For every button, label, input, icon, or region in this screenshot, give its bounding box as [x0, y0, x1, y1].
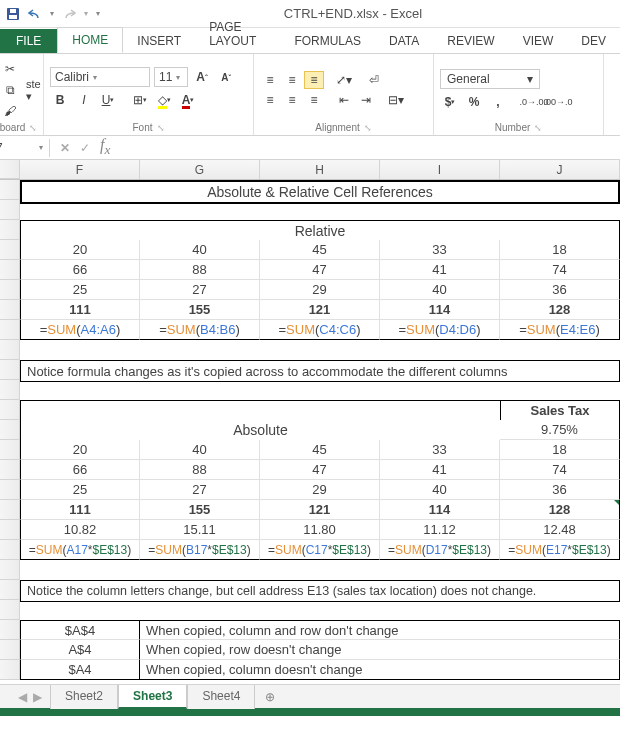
- cell[interactable]: Notice the column letters change, but ce…: [20, 580, 620, 602]
- currency-button[interactable]: $▾: [440, 93, 460, 111]
- cell[interactable]: 18: [500, 240, 620, 260]
- name-box[interactable]: 7▾: [0, 139, 50, 157]
- cell[interactable]: 111: [20, 300, 140, 320]
- cell[interactable]: =SUM(D4:D6): [380, 320, 500, 340]
- cell[interactable]: 40: [380, 480, 500, 500]
- cell[interactable]: 155: [140, 500, 260, 520]
- cell[interactable]: 15.11: [140, 520, 260, 540]
- align-left-icon[interactable]: ≡: [260, 91, 280, 109]
- cell[interactable]: 36: [500, 280, 620, 300]
- cell[interactable]: 11.12: [380, 520, 500, 540]
- cell[interactable]: =SUM(A17*$E$13): [20, 540, 140, 560]
- cell[interactable]: [20, 400, 500, 420]
- cell[interactable]: 40: [140, 440, 260, 460]
- cell[interactable]: =SUM(C4:C6): [260, 320, 380, 340]
- select-all[interactable]: [0, 160, 20, 179]
- cell[interactable]: =SUM(E17*$E$13): [500, 540, 620, 560]
- tab-data[interactable]: DATA: [375, 29, 433, 53]
- cell[interactable]: 10.82: [20, 520, 140, 540]
- cell[interactable]: 121: [260, 500, 380, 520]
- undo-icon[interactable]: [28, 8, 42, 20]
- copy-icon[interactable]: ⧉: [0, 81, 20, 99]
- underline-button[interactable]: U▾: [98, 91, 118, 109]
- cell[interactable]: 41: [380, 260, 500, 280]
- cell[interactable]: Sales Tax: [500, 400, 620, 420]
- cell[interactable]: 74: [500, 460, 620, 480]
- font-color-button[interactable]: A▾: [178, 91, 198, 109]
- new-sheet-button[interactable]: ⊕: [255, 690, 285, 704]
- italic-button[interactable]: I: [74, 91, 94, 109]
- cell[interactable]: 88: [140, 460, 260, 480]
- col-header-j[interactable]: J: [500, 160, 620, 179]
- cell[interactable]: 29: [260, 480, 380, 500]
- cell[interactable]: Relative: [20, 220, 620, 240]
- decrease-font-icon[interactable]: Aˇ: [216, 68, 236, 86]
- cell[interactable]: [20, 600, 620, 608]
- cell[interactable]: 29: [260, 280, 380, 300]
- cell[interactable]: 111: [20, 500, 140, 520]
- cell[interactable]: 45: [260, 240, 380, 260]
- sheet-tab-sheet4[interactable]: Sheet4: [187, 685, 255, 709]
- clipboard-launcher[interactable]: ⤡: [29, 123, 37, 133]
- cell[interactable]: A$4: [20, 640, 140, 660]
- cell[interactable]: 74: [500, 260, 620, 280]
- tab-review[interactable]: REVIEW: [433, 29, 508, 53]
- merge-icon[interactable]: ⊟▾: [386, 91, 406, 109]
- cell[interactable]: 40: [380, 280, 500, 300]
- cell[interactable]: 36: [500, 480, 620, 500]
- align-bottom-icon[interactable]: ≡: [304, 71, 324, 89]
- col-header-f[interactable]: F: [20, 160, 140, 179]
- increase-decimal-icon[interactable]: .0→.00: [524, 93, 544, 111]
- tab-insert[interactable]: INSERT: [123, 29, 195, 53]
- cell[interactable]: 12.48: [500, 520, 620, 540]
- cell[interactable]: 66: [20, 460, 140, 480]
- increase-indent-icon[interactable]: ⇥: [356, 91, 376, 109]
- align-center-icon[interactable]: ≡: [282, 91, 302, 109]
- orientation-icon[interactable]: ⤢▾: [334, 71, 354, 89]
- align-middle-icon[interactable]: ≡: [282, 71, 302, 89]
- cell[interactable]: =SUM(C17*$E$13): [260, 540, 380, 560]
- font-name-select[interactable]: Calibri▾: [50, 67, 150, 87]
- wrap-text-icon[interactable]: ⏎: [364, 71, 384, 89]
- format-painter-icon[interactable]: 🖌: [0, 102, 20, 120]
- cell[interactable]: 45: [260, 440, 380, 460]
- tab-page-layout[interactable]: PAGE LAYOUT: [195, 15, 280, 53]
- cell[interactable]: [20, 560, 620, 572]
- cell[interactable]: 121: [260, 300, 380, 320]
- cell[interactable]: 128: [500, 500, 620, 520]
- cell[interactable]: Absolute: [20, 420, 500, 440]
- cell[interactable]: 155: [140, 300, 260, 320]
- cell[interactable]: 9.75%: [500, 420, 620, 440]
- comma-button[interactable]: ,: [488, 93, 508, 111]
- tab-home[interactable]: HOME: [57, 27, 123, 53]
- cell[interactable]: =SUM(A4:A6): [20, 320, 140, 340]
- qat-customize[interactable]: ▾: [96, 9, 100, 18]
- save-icon[interactable]: [6, 7, 20, 21]
- cell[interactable]: 33: [380, 240, 500, 260]
- redo-icon[interactable]: [62, 8, 76, 20]
- align-top-icon[interactable]: ≡: [260, 71, 280, 89]
- cell[interactable]: [20, 200, 620, 204]
- cell[interactable]: 11.80: [260, 520, 380, 540]
- sheet-tab-sheet2[interactable]: Sheet2: [50, 685, 118, 709]
- cell[interactable]: =SUM(B4:B6): [140, 320, 260, 340]
- sheet-nav-prev[interactable]: ◀: [18, 690, 27, 704]
- cell[interactable]: 25: [20, 280, 140, 300]
- tab-developer[interactable]: DEV: [567, 29, 620, 53]
- tab-formulas[interactable]: FORMULAS: [280, 29, 375, 53]
- cell[interactable]: [20, 340, 620, 352]
- tab-file[interactable]: FILE: [0, 29, 57, 53]
- border-button[interactable]: ⊞▾: [130, 91, 150, 109]
- increase-font-icon[interactable]: Aˆ: [192, 68, 212, 86]
- cell[interactable]: 128: [500, 300, 620, 320]
- cell[interactable]: =SUM(E4:E6): [500, 320, 620, 340]
- number-launcher[interactable]: ⤡: [534, 123, 542, 133]
- cell[interactable]: When copied, row doesn't change: [140, 640, 620, 660]
- sheet-nav-next[interactable]: ▶: [33, 690, 42, 704]
- cell[interactable]: 33: [380, 440, 500, 460]
- enter-formula-icon[interactable]: ✓: [80, 141, 90, 155]
- undo-dropdown[interactable]: ▾: [50, 9, 54, 18]
- cell[interactable]: $A$4: [20, 620, 140, 640]
- cell[interactable]: 47: [260, 260, 380, 280]
- decrease-decimal-icon[interactable]: .00→.0: [548, 93, 568, 111]
